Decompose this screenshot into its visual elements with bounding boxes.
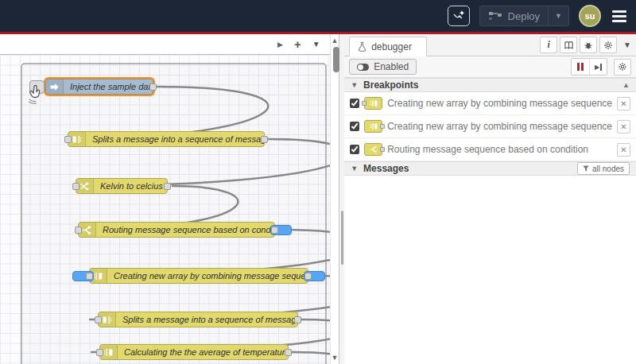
node-switch[interactable]: Routing message sequence based on condit… (78, 222, 275, 238)
ai-flow-icon (452, 9, 466, 23)
canvas-vertical-scrollbar[interactable]: ▲ ▼ (330, 34, 339, 364)
messages-empty-area (344, 176, 636, 364)
deploy-options-caret[interactable]: ▼ (548, 6, 568, 25)
flow-canvas[interactable]: Inject the sample data Splits a message … (0, 55, 330, 364)
sidebar-tab-list-caret[interactable]: ▼ (623, 41, 631, 49)
breakpoint-label: Routing message sequence based on condit… (387, 144, 612, 155)
list-scroll-up-icon[interactable]: ▲ (622, 81, 630, 89)
node-label: Splits a message into a sequence of mess… (86, 134, 264, 144)
remove-breakpoint-button[interactable]: ✕ (617, 97, 630, 110)
output-port[interactable] (261, 136, 268, 143)
info-tab-button[interactable]: i (540, 37, 557, 53)
book-icon (564, 41, 574, 50)
breakpoint-row[interactable]: Creating new array by combining message … (344, 115, 636, 138)
node-label: Kelvin to celcius (94, 181, 167, 191)
messages-title: Messages (363, 163, 409, 174)
join-node-mini-icon (364, 120, 382, 133)
enabled-label: Enabled (374, 61, 409, 72)
node-join[interactable]: Creating new array by combining message … (89, 268, 308, 284)
node-label: Inject the sample data (64, 82, 153, 91)
deploy-label: Deploy (508, 10, 540, 22)
hand-cursor (26, 83, 45, 104)
ai-assistant-button[interactable] (448, 6, 470, 26)
scroll-down-icon[interactable]: ▼ (331, 354, 339, 362)
debugger-settings-button[interactable] (614, 59, 631, 76)
inject-icon (46, 79, 64, 94)
scroll-up-icon[interactable]: ▲ (331, 37, 339, 45)
node-split[interactable]: Splits a message into a sequence of mess… (68, 131, 265, 147)
gear-icon (618, 62, 627, 72)
tab-scroll-right-icon[interactable]: ▶ (277, 41, 283, 48)
splitter-handle[interactable] (341, 211, 343, 265)
node-label: Calculating the the average of temperatu… (118, 347, 288, 357)
remove-breakpoint-button[interactable]: ✕ (617, 143, 630, 157)
debugger-enabled-toggle[interactable]: Enabled (349, 59, 417, 75)
node-inject[interactable]: Inject the sample data (45, 79, 153, 95)
node-join[interactable]: Calculating the the average of temperatu… (99, 344, 289, 360)
messages-filter-button[interactable]: all nodes (577, 162, 630, 175)
output-port[interactable] (304, 273, 312, 280)
breakpoints-section-header[interactable]: ▼ Breakpoints ▲ (344, 78, 636, 92)
input-port[interactable] (72, 183, 80, 190)
node-label: Creating new array by combining message … (107, 271, 308, 281)
collapse-chevron-icon: ▼ (351, 81, 358, 89)
flask-icon (358, 41, 366, 52)
input-port[interactable] (75, 227, 82, 234)
toggle-icon (357, 64, 369, 71)
bug-icon (584, 41, 593, 50)
debugger-toolbar: Enabled ▶ (344, 56, 636, 78)
breakpoint-checkbox[interactable] (350, 99, 359, 108)
scrollbar-thumb[interactable] (333, 47, 339, 72)
step-button[interactable]: ▶ (589, 59, 607, 75)
input-port[interactable] (86, 273, 93, 280)
node-red-editor: Deploy ▼ su ▶ + ▼ (0, 0, 636, 364)
step-icon: ▶ (595, 64, 602, 71)
breakpoint-label: Creating new array by combining message … (387, 98, 612, 109)
main-menu-button[interactable] (611, 9, 628, 24)
tab-debugger[interactable]: debugger (349, 37, 427, 56)
editor-main: ▶ + ▼ (0, 34, 330, 364)
deploy-button[interactable]: Deploy ▼ (479, 6, 569, 26)
breakpoint-checkbox[interactable] (350, 122, 359, 131)
header-bar: Deploy ▼ su (0, 0, 636, 32)
pause-icon (577, 63, 584, 71)
flow-list-caret-icon[interactable]: ▼ (312, 40, 320, 48)
node-label: Routing message sequence based on condit… (96, 225, 274, 234)
input-port[interactable] (96, 349, 103, 356)
pause-button[interactable] (572, 59, 589, 75)
sidebar: debugger i (344, 34, 636, 364)
output-port[interactable] (285, 349, 292, 356)
input-port[interactable] (95, 316, 102, 323)
output-port[interactable] (164, 183, 171, 190)
node-split[interactable]: Splits a message into a sequence of mess… (98, 312, 298, 327)
breakpoint-row[interactable]: Routing message sequence based on condit… (344, 138, 636, 161)
deploy-icon (488, 10, 502, 21)
input-port[interactable] (64, 136, 72, 143)
messages-filter-label: all nodes (592, 165, 624, 173)
workspace: ▶ + ▼ (0, 34, 636, 364)
node-change[interactable]: Kelvin to celcius (76, 178, 168, 194)
sidebar-tabbar: debugger i (344, 34, 636, 56)
breakpoint-checkbox[interactable] (350, 145, 359, 154)
gear-icon (603, 41, 613, 50)
user-avatar[interactable]: su (579, 5, 601, 27)
funnel-icon (583, 165, 589, 172)
messages-section-header[interactable]: ▼ Messages all nodes (344, 161, 636, 176)
settings-tab-button[interactable] (599, 37, 617, 53)
output-port[interactable] (149, 83, 157, 91)
help-tab-button[interactable] (560, 37, 577, 53)
flow-tabbar: ▶ + ▼ (0, 34, 330, 55)
sidebar-splitter[interactable] (339, 34, 344, 364)
collapse-chevron-icon: ▼ (351, 165, 358, 172)
join-node-mini-icon (364, 97, 382, 110)
remove-breakpoint-button[interactable]: ✕ (617, 120, 630, 134)
debug-tab-button[interactable] (580, 37, 597, 53)
switch-node-mini-icon (364, 143, 382, 156)
node-label: Splits a message into a sequence of mess… (116, 315, 297, 324)
breakpoint-label: Creating new array by combining message … (387, 121, 612, 132)
breakpoints-title: Breakpoints (363, 79, 418, 91)
output-port[interactable] (271, 227, 278, 234)
output-port[interactable] (294, 316, 301, 323)
add-flow-button[interactable]: + (294, 38, 301, 50)
breakpoint-row[interactable]: Creating new array by combining message … (344, 92, 636, 115)
